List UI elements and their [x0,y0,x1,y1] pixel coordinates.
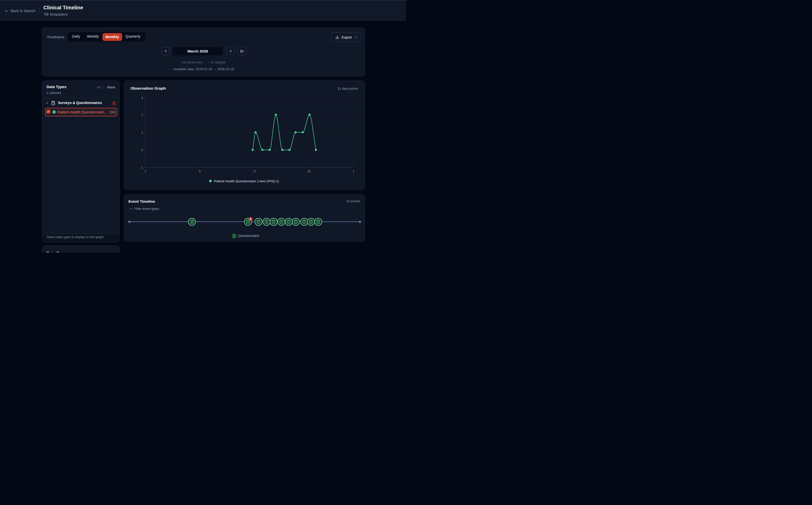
svg-text:1: 1 [145,170,147,173]
svg-text:3: 3 [141,96,143,100]
svg-text:-1: -1 [140,166,143,169]
svg-text:2: 2 [141,113,143,117]
svg-text:25: 25 [307,170,311,173]
svg-text:17: 17 [253,170,256,173]
svg-text:9: 9 [199,170,201,173]
svg-text:1: 1 [141,131,143,134]
svg-text:0: 0 [141,148,143,152]
svg-text:1: 1 [353,170,354,173]
